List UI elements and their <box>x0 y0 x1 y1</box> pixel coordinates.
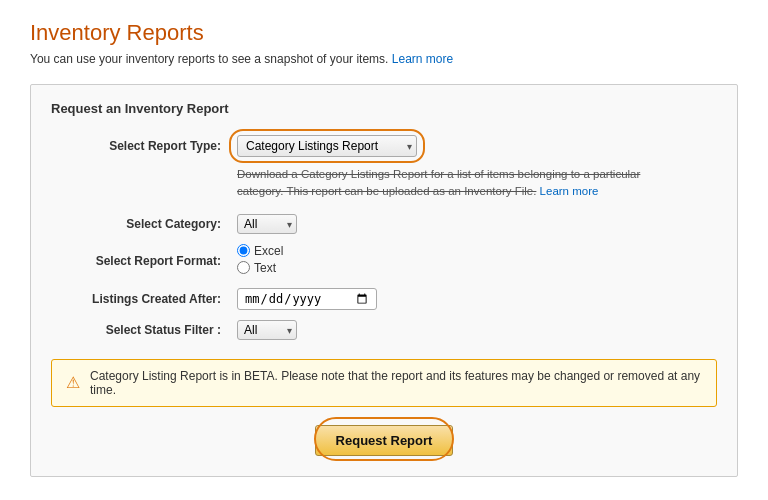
format-label: Select Report Format: <box>51 239 231 283</box>
category-select[interactable]: All <box>237 214 297 234</box>
text-radio-label[interactable]: Text <box>237 261 711 275</box>
page-title: Inventory Reports <box>30 20 738 46</box>
inventory-report-panel: Request an Inventory Report Select Repor… <box>30 84 738 477</box>
excel-radio-label[interactable]: Excel <box>237 244 711 258</box>
learn-more-link[interactable]: Learn more <box>392 52 453 66</box>
excel-label: Excel <box>254 244 283 258</box>
format-field: Excel Text <box>231 239 717 283</box>
date-input[interactable] <box>237 288 377 310</box>
report-description: Download a Category Listings Report for … <box>237 166 657 201</box>
page-subtitle: You can use your inventory reports to se… <box>30 52 738 66</box>
status-select[interactable]: All <box>237 320 297 340</box>
text-radio[interactable] <box>237 261 250 274</box>
category-select-wrapper: All <box>237 214 297 234</box>
request-btn-wrapper: Request Report <box>51 425 717 456</box>
listings-created-label: Listings Created After: <box>51 283 231 315</box>
status-filter-label: Select Status Filter : <box>51 315 231 345</box>
request-report-button[interactable]: Request Report <box>315 425 454 456</box>
warning-text: Category Listing Report is in BETA. Plea… <box>90 369 702 397</box>
report-type-field: Category Listings Report <box>231 130 717 162</box>
listings-created-field <box>231 283 717 315</box>
category-label: Select Category: <box>51 209 231 239</box>
excel-radio[interactable] <box>237 244 250 257</box>
report-type-select[interactable]: Category Listings Report <box>237 135 417 157</box>
status-filter-field: All <box>231 315 717 345</box>
warning-box: ⚠ Category Listing Report is in BETA. Pl… <box>51 359 717 407</box>
status-select-wrapper: All <box>237 320 297 340</box>
report-type-select-wrapper: Category Listings Report <box>237 135 417 157</box>
category-field: All <box>231 209 717 239</box>
form-table: Select Report Type: Category Listings Re… <box>51 130 717 345</box>
text-label: Text <box>254 261 276 275</box>
report-type-label: Select Report Type: <box>51 130 231 162</box>
description-learn-more-link[interactable]: Learn more <box>540 185 599 197</box>
panel-title: Request an Inventory Report <box>51 101 717 116</box>
warning-icon: ⚠ <box>66 373 80 392</box>
